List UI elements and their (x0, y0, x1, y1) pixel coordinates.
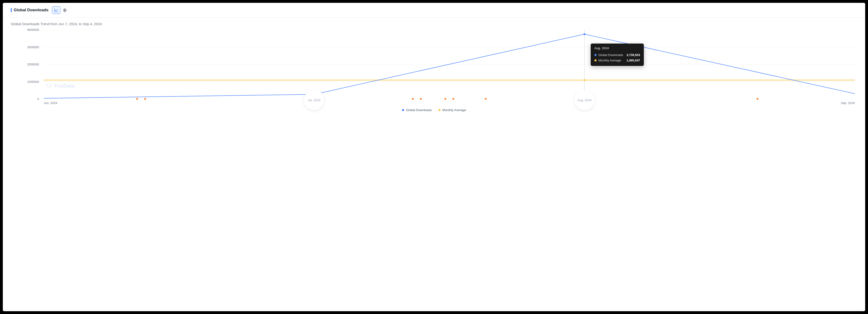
y-tick-label: 0 (37, 97, 39, 101)
globe-icon (63, 8, 67, 12)
chart-view-toggle[interactable] (52, 6, 60, 14)
y-tick-label: 2000000 (27, 63, 39, 66)
globe-view-toggle[interactable] (60, 6, 69, 14)
panel: Global Downloads Global Downloads Trend … (3, 3, 367, 133)
event-marker[interactable] (144, 98, 146, 100)
chart-area: 01000000200000030000004000000 Jun. 2024J… (11, 28, 367, 106)
panel-header: Global Downloads (3, 3, 367, 18)
chart-subtitle: Global Downloads Trend from Jun 7, 2024,… (3, 18, 367, 27)
chart-svg (44, 30, 367, 99)
focus-halo-jul: Jul. 2024 (304, 90, 324, 110)
panel-title: Global Downloads (13, 8, 49, 12)
y-tick-label: 1000000 (27, 80, 39, 83)
x-tick-label: Jun. 2024 (44, 101, 57, 105)
title-accent (11, 8, 12, 12)
title-wrap: Global Downloads (11, 8, 49, 12)
line-chart-icon (54, 8, 58, 12)
event-marker[interactable] (136, 98, 138, 100)
y-tick-label: 3000000 (27, 45, 39, 49)
y-axis: 01000000200000030000004000000 (11, 28, 41, 99)
plot-area[interactable] (44, 30, 367, 99)
view-toggle-group (52, 6, 69, 14)
y-tick-label: 4000000 (27, 28, 39, 32)
